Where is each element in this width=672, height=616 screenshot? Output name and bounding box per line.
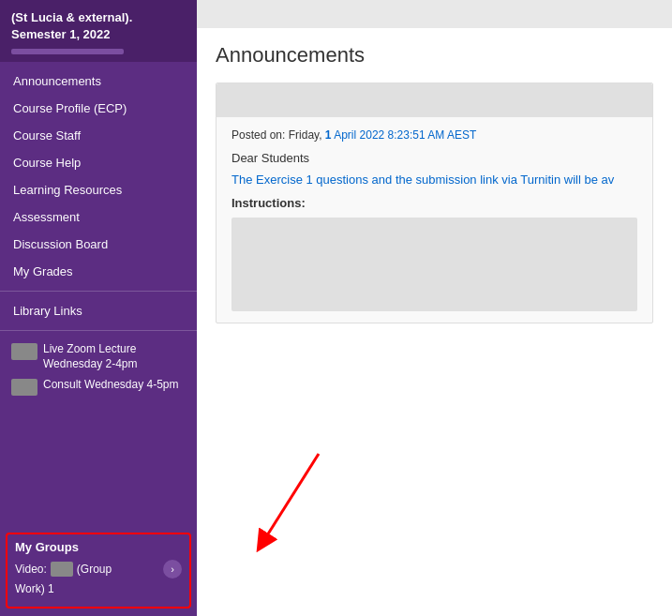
zoom-icon-2 xyxy=(11,379,37,396)
zoom-text-1: Live Zoom Lecture Wednesday 2-4pm xyxy=(43,342,186,371)
sidebar-item-course-profile[interactable]: Course Profile (ECP) xyxy=(0,95,197,122)
date-number: 1 xyxy=(325,128,332,142)
nav-items: Announcements Course Profile (ECP) Cours… xyxy=(0,62,197,527)
post-date: Posted on: Friday, 1 April 2022 8:23:51 … xyxy=(231,128,637,142)
sidebar-item-announcements[interactable]: Announcements xyxy=(0,68,197,95)
group-arrow-button[interactable]: › xyxy=(163,560,182,578)
main-content: Announcements Posted on: Friday, 1 April… xyxy=(197,28,672,616)
main-content-area: Announcements Posted on: Friday, 1 April… xyxy=(197,0,672,616)
zoom-item-1: Live Zoom Lecture Wednesday 2-4pm xyxy=(11,342,186,371)
sidebar-color-bar xyxy=(11,49,124,54)
sidebar-item-my-grades[interactable]: My Grades xyxy=(0,258,197,285)
exercise-text: The Exercise 1 questions and the submiss… xyxy=(231,173,637,187)
sidebar-item-course-staff[interactable]: Course Staff xyxy=(0,122,197,149)
announcement-header xyxy=(217,83,652,117)
course-title: (St Lucia & external). Semester 1, 2022 xyxy=(11,9,186,43)
group-icon-1 xyxy=(51,562,73,577)
group-item-1: Video: (Group › xyxy=(15,560,182,578)
posted-on-suffix: April 2022 8:23:51 AM AEST xyxy=(332,128,477,142)
sidebar: (St Lucia & external). Semester 1, 2022 … xyxy=(0,0,197,616)
library-links[interactable]: Library Links xyxy=(13,304,82,318)
sidebar-item-assessment[interactable]: Assessment xyxy=(0,203,197,231)
my-groups-section: My Groups Video: (Group › Work) 1 xyxy=(6,533,191,608)
zoom-item-2: Consult Wednesday 4-5pm xyxy=(11,378,186,396)
sidebar-item-course-help[interactable]: Course Help xyxy=(0,149,197,176)
announcement-body: Posted on: Friday, 1 April 2022 8:23:51 … xyxy=(217,117,652,323)
zoom-icon-1 xyxy=(11,343,37,360)
group-label-work: Work) 1 xyxy=(15,582,54,595)
my-groups-title: My Groups xyxy=(15,540,182,554)
page-title: Announcements xyxy=(216,43,653,68)
group-suffix-1: (Group xyxy=(77,563,112,576)
nav-divider xyxy=(0,291,197,292)
top-bar xyxy=(197,0,672,28)
group-item-2: Work) 1 xyxy=(15,582,182,595)
sidebar-item-discussion-board[interactable]: Discussion Board xyxy=(0,231,197,258)
instructions-content-block xyxy=(231,218,637,311)
greeting: Dear Students xyxy=(231,151,637,165)
sidebar-header: (St Lucia & external). Semester 1, 2022 xyxy=(0,0,197,62)
library-section: Library Links xyxy=(0,297,197,324)
sidebar-item-learning-resources[interactable]: Learning Resources xyxy=(0,176,197,203)
announcement-card: Posted on: Friday, 1 April 2022 8:23:51 … xyxy=(216,83,653,323)
posted-on-prefix: Posted on: Friday, xyxy=(231,128,325,142)
zoom-section: Live Zoom Lecture Wednesday 2-4pm Consul… xyxy=(0,337,197,406)
group-label-video: Video: xyxy=(15,563,47,576)
zoom-text-2: Consult Wednesday 4-5pm xyxy=(43,378,179,393)
nav-divider-2 xyxy=(0,330,197,331)
instructions-label: Instructions: xyxy=(231,196,637,210)
